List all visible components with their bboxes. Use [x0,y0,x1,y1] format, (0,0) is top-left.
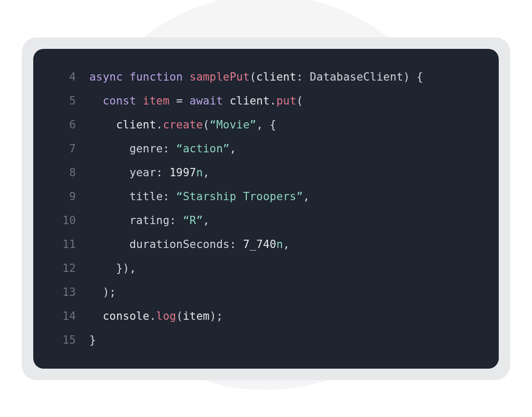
token-ident: console [103,310,150,322]
token-punct: . [156,119,163,131]
token-prop: rating [129,214,169,227]
code-line: 7 genre: “action”, [52,144,476,154]
token-fn: samplePut [190,71,250,83]
code-content: year: 1997n, [89,167,209,178]
code-line: 11 durationSeconds: 7_740n, [52,239,476,250]
code-line: 9 title: “Starship Troopers”, [52,191,476,202]
token-keyword: async [89,71,129,83]
code-editor: 4async function samplePut(client: Databa… [33,49,499,369]
token-string: “R” [183,214,203,227]
token-type: DatabaseClient [310,71,403,83]
token-punct: : [163,142,176,155]
code-line: 8 year: 1997n, [52,167,476,178]
token-punct: } [89,334,96,346]
code-content: durationSeconds: 7_740n, [89,239,290,250]
token-punct: = [169,95,190,107]
token-punct: : [169,214,183,227]
token-punct: }), [116,262,136,275]
code-line: 15} [52,335,476,346]
token-punct: : [163,190,176,203]
token-prop: durationSeconds [129,238,230,251]
token-keyword: const [103,95,143,107]
token-ident: item [183,310,209,322]
token-punct: ( [297,95,303,107]
token-keyword: await [190,95,230,107]
token-ident: 7_740 [243,238,276,251]
code-content: rating: “R”, [89,215,209,226]
token-method: log [156,310,177,322]
code-line: 13 ); [52,287,476,298]
code-line: 5 const item = await client.put( [52,96,476,107]
token-punct: ) { [403,71,423,83]
token-punct: : [156,166,170,179]
code-line: 10 rating: “R”, [52,215,476,226]
token-prop: year [129,166,156,179]
line-number: 4 [52,72,76,83]
code-content: }), [89,263,136,274]
token-punct: , [303,190,310,203]
token-punct: ( [250,71,257,83]
token-keyword: function [129,71,190,83]
code-content: client.create(“Movie”, { [89,120,276,131]
line-number: 10 [52,215,76,226]
line-number: 5 [52,96,76,107]
token-ident: client [256,71,296,83]
token-punct: ); [209,310,223,322]
code-content: } [89,335,96,346]
token-string: “Starship Troopers” [176,190,303,203]
line-number: 11 [52,239,76,250]
token-punct: , { [256,119,276,131]
token-ident: 1997 [169,166,196,179]
code-line: 14 console.log(item); [52,311,476,322]
code-line: 6 client.create(“Movie”, { [52,120,476,131]
line-number: 8 [52,167,76,178]
line-number: 15 [52,335,76,346]
line-number: 13 [52,287,76,298]
token-punct: . [150,310,156,322]
token-punct: : [230,238,243,251]
line-number: 9 [52,191,76,202]
code-content: async function samplePut(client: Databas… [89,72,423,83]
line-number: 12 [52,263,76,274]
code-line: 12 }), [52,263,476,274]
token-prop: genre [129,142,163,155]
line-number: 7 [52,144,76,154]
line-number: 14 [52,311,76,322]
code-content: title: “Starship Troopers”, [89,191,310,202]
code-content: console.log(item); [89,311,223,322]
token-num-suffix: n [276,238,283,251]
token-method: put [276,95,297,107]
token-method: create [163,119,203,131]
token-ident: client [230,95,270,107]
token-ident: client [116,119,156,131]
token-punct: : [296,71,310,83]
token-punct: , [283,238,290,251]
token-punct: , [203,166,210,179]
token-punct: ( [203,119,210,131]
token-punct: ( [176,310,183,322]
token-punct: . [270,95,276,107]
token-string: “Movie” [209,119,256,131]
token-punct: , [230,142,236,155]
code-content: ); [89,287,116,298]
token-punct: ); [103,286,116,298]
token-var: item [143,95,169,107]
token-string: “action” [176,142,230,155]
token-num-suffix: n [196,166,203,179]
token-punct: , [203,214,210,227]
line-number: 6 [52,120,76,131]
outer-panel: 4async function samplePut(client: Databa… [22,37,510,380]
token-prop: title [129,190,163,203]
code-content: genre: “action”, [89,144,236,154]
code-content: const item = await client.put( [89,96,303,107]
code-line: 4async function samplePut(client: Databa… [52,72,476,83]
code-lines-container: 4async function samplePut(client: Databa… [52,72,476,346]
